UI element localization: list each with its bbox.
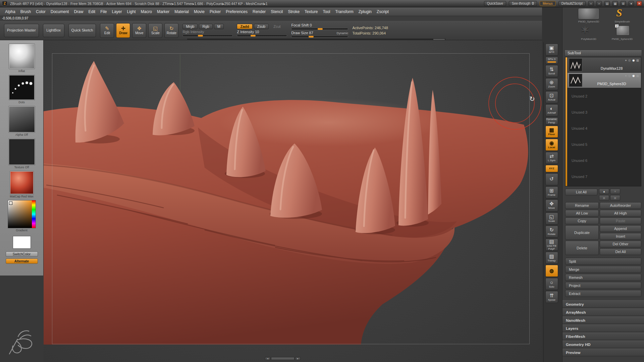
strip-floor[interactable]: ▦ Floor bbox=[545, 126, 558, 138]
subtool-polyframe-icon[interactable]: ▦ bbox=[636, 59, 639, 62]
lock-icon[interactable]: ● bbox=[629, 1, 634, 6]
strip-transp[interactable]: ▨ Transp bbox=[545, 252, 558, 264]
subtool-row-sphere-selected[interactable]: ● ◎ ◉ ▦ PM3D_Sphere3D bbox=[568, 73, 641, 88]
strip-aahalf[interactable]: ◐ AAHalf bbox=[545, 104, 558, 116]
tool-thumbnail-sphere[interactable] bbox=[578, 8, 599, 19]
menu-stroke[interactable]: Stroke bbox=[285, 9, 302, 15]
strip-solo[interactable]: ○ Solo bbox=[545, 278, 558, 290]
menu-render[interactable]: Render bbox=[250, 9, 268, 15]
strip-local[interactable]: ◉ Local bbox=[545, 139, 558, 151]
draw-size-slider[interactable] bbox=[291, 36, 348, 38]
move-subtool-up-icon[interactable]: ▲ bbox=[599, 189, 609, 194]
current-color-swatch[interactable] bbox=[13, 236, 31, 249]
menu-picker[interactable]: Picker bbox=[207, 9, 223, 15]
strip-xyz[interactable]: XYZ bbox=[545, 165, 558, 172]
section-extract[interactable]: Extract bbox=[565, 290, 641, 297]
section-split[interactable]: Split bbox=[565, 258, 641, 265]
draw-mode-button[interactable]: ✛ Draw bbox=[116, 23, 130, 38]
subtool-scrollbar[interactable] bbox=[566, 57, 567, 186]
append-button[interactable]: Append bbox=[600, 225, 641, 232]
section-remesh[interactable]: Remesh bbox=[565, 274, 641, 281]
current-alpha-thumbnail[interactable] bbox=[8, 106, 35, 133]
duplicate-down-icon[interactable]: ▣ bbox=[610, 195, 620, 200]
menu-texture[interactable]: Texture bbox=[302, 9, 320, 15]
menu-zscript[interactable]: Zscript bbox=[374, 9, 391, 15]
window-config-icon[interactable]: ⊞ bbox=[621, 1, 626, 6]
subtool-visibility-eye-icon[interactable]: ◉ bbox=[632, 59, 635, 62]
palette-arraymesh[interactable]: ArrayMesh bbox=[562, 308, 644, 316]
palette-grid-icon[interactable]: ▦ bbox=[612, 1, 618, 6]
projection-master-button[interactable]: Projection Master bbox=[4, 24, 39, 37]
menu-edit[interactable]: Edit bbox=[86, 9, 98, 15]
subtool-row-dynawax[interactable]: ● ◎ ◉ ▦ DynaWax128 bbox=[568, 57, 641, 73]
menu-draw[interactable]: Draw bbox=[71, 9, 86, 15]
palette-preview[interactable]: Preview bbox=[562, 349, 644, 356]
shelf-scrollbar-handle[interactable] bbox=[433, 39, 445, 40]
section-project[interactable]: Project bbox=[565, 282, 641, 289]
current-stroke-thumbnail[interactable] bbox=[9, 75, 35, 100]
strip-bpr[interactable]: ▣ BPR bbox=[545, 44, 558, 56]
current-material-thumbnail[interactable] bbox=[10, 171, 34, 194]
zcut-button[interactable]: Zcut bbox=[270, 24, 284, 29]
subtool-mask-icon[interactable]: ◎ bbox=[628, 59, 631, 62]
strip-lsym[interactable]: ⇄ L.Sym bbox=[545, 152, 558, 164]
subtool-slot-unused-2[interactable]: Unused 2 bbox=[568, 88, 641, 104]
see-through-slider[interactable]: See-through0 bbox=[509, 1, 537, 6]
redo-arrow-icon[interactable]: » bbox=[596, 1, 602, 6]
undo-arrow-icon[interactable]: « bbox=[588, 1, 594, 6]
move-subtool-down-icon[interactable]: ▼ bbox=[610, 189, 620, 194]
strip-polyf[interactable]: ▤ Line Fill PolyF bbox=[545, 239, 558, 251]
shelf-scrollbar[interactable] bbox=[187, 39, 445, 40]
strip-rotate[interactable]: ↻ Rotate bbox=[545, 226, 558, 238]
rgb-intensity-slider[interactable] bbox=[182, 35, 233, 37]
palette-geometry[interactable]: Geometry bbox=[562, 300, 644, 308]
strip-frame[interactable]: ⊞ Frame bbox=[545, 186, 558, 198]
strip-zoom[interactable]: ⊕ Zoom bbox=[545, 78, 558, 90]
color-picker[interactable] bbox=[8, 200, 36, 228]
rename-button[interactable]: Rename bbox=[565, 202, 599, 209]
menu-stencil[interactable]: Stencil bbox=[268, 9, 285, 15]
menu-brush[interactable]: Brush bbox=[18, 9, 33, 15]
menu-marker[interactable]: Marker bbox=[155, 9, 172, 15]
menu-transform[interactable]: Transform bbox=[333, 9, 356, 15]
current-texture-thumbnail[interactable] bbox=[8, 138, 35, 165]
current-brush-thumbnail[interactable] bbox=[9, 44, 35, 69]
tool-thumbnail-sphere2[interactable]: 2 bbox=[616, 25, 630, 36]
palette-nanomesh[interactable]: NanoMesh bbox=[562, 316, 644, 324]
viewport-canvas[interactable]: ↻ ◄ ► bbox=[44, 40, 542, 362]
subtool-polyframe-icon[interactable]: ▦ bbox=[636, 74, 639, 77]
subtool-paint-icon[interactable]: ● bbox=[625, 59, 627, 62]
del-other-button[interactable]: Del Other bbox=[600, 241, 641, 247]
saturation-value-square[interactable] bbox=[8, 200, 32, 228]
m-button[interactable]: M bbox=[214, 24, 224, 29]
polymesh3d-star-icon[interactable]: ✶ bbox=[580, 23, 590, 37]
duplicate-button[interactable]: Duplicate bbox=[565, 225, 599, 240]
subtool-slot-unused-7[interactable]: Unused 7 bbox=[568, 169, 641, 185]
menu-zplugin[interactable]: Zplugin bbox=[356, 9, 374, 15]
strip-ghost[interactable]: ◍ bbox=[545, 265, 558, 277]
canvas-h-scrollbar-handle[interactable] bbox=[271, 357, 294, 360]
subtool-slot-unused-3[interactable]: Unused 3 bbox=[568, 104, 641, 120]
subtool-paint-icon[interactable]: ● bbox=[625, 74, 627, 77]
paste-button[interactable]: Paste bbox=[600, 218, 641, 224]
menu-layer[interactable]: Layer bbox=[110, 9, 124, 15]
quicksave-button[interactable]: QuickSave bbox=[484, 1, 506, 6]
menu-document[interactable]: Document bbox=[48, 9, 71, 15]
subtool-mask-icon[interactable]: ◎ bbox=[628, 74, 631, 77]
scale-mode-button[interactable]: ◱ Scale bbox=[148, 23, 162, 38]
lightbox-button[interactable]: LightBox bbox=[43, 24, 64, 37]
z-intensity-slider[interactable] bbox=[237, 35, 287, 37]
menu-tool[interactable]: Tool bbox=[320, 9, 332, 15]
scroll-left-icon[interactable]: ◄ bbox=[265, 357, 270, 360]
subtool-slot-unused-6[interactable]: Unused 6 bbox=[568, 153, 641, 169]
palette-layers[interactable]: Layers bbox=[562, 324, 644, 332]
palette-fibermesh[interactable]: FiberMesh bbox=[562, 333, 644, 340]
scroll-right-icon[interactable]: ► bbox=[295, 357, 301, 360]
menu-alpha[interactable]: Alpha bbox=[3, 9, 18, 15]
menu-preferences[interactable]: Preferences bbox=[223, 9, 250, 15]
section-merge[interactable]: Merge bbox=[565, 266, 641, 273]
menu-macro[interactable]: Macro bbox=[139, 9, 154, 15]
alternate-button[interactable]: Alternate bbox=[6, 258, 38, 264]
strip-gyro[interactable]: ↺ bbox=[545, 173, 558, 185]
switch-color-button[interactable]: SwitchColor bbox=[6, 251, 38, 257]
